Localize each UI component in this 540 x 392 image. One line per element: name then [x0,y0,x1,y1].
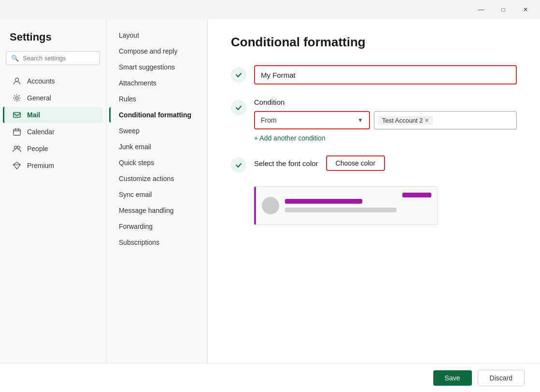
svg-point-5 [14,146,17,149]
from-select[interactable]: From ▼ [254,111,370,129]
svg-point-0 [15,78,18,82]
search-input[interactable] [23,55,95,62]
check-circle-1 [231,67,246,83]
search-icon: 🔍 [11,55,19,62]
preview-line-top [285,199,362,204]
middle-nav-message-handling[interactable]: Message handling [109,203,204,218]
main-content: Conditional formatting Condition [208,19,540,363]
middle-nav-quick-steps[interactable]: Quick steps [109,155,204,170]
account-tag-box[interactable]: Test Account 2 × [374,111,517,129]
settings-title: Settings [0,27,106,51]
font-color-row: Select the font color Choose color [231,155,517,173]
diamond-icon [13,161,21,170]
middle-nav-junk-email[interactable]: Junk email [109,139,204,154]
format-name-row [231,65,517,84]
gear-icon [13,94,21,102]
middle-nav: Layout Compose and reply Smart suggestio… [106,19,208,363]
check-circle-3 [231,157,246,173]
preview-date [402,193,431,197]
left-sidebar: Settings 🔍 Accounts General [0,19,106,363]
titlebar: — □ ✕ [0,0,540,19]
search-box: 🔍 [6,51,100,65]
account-tag: Test Account 2 × [378,116,433,125]
middle-nav-attachments[interactable]: Attachments [109,75,204,91]
preview-avatar [262,197,279,214]
sidebar-item-mail[interactable]: Mail [3,107,103,123]
save-button[interactable]: Save [433,370,472,386]
middle-nav-layout[interactable]: Layout [109,28,204,43]
preview-lines [285,199,397,212]
account-tag-close[interactable]: × [425,117,429,124]
people-icon [13,144,21,153]
minimize-button[interactable]: — [470,2,492,17]
sidebar-item-general[interactable]: General [3,90,103,106]
sidebar-label-calendar: Calendar [27,128,55,136]
sidebar-item-accounts[interactable]: Accounts [3,73,103,89]
middle-nav-smart-suggestions[interactable]: Smart suggestions [109,59,204,75]
svg-point-1 [15,97,18,99]
person-icon [13,77,21,85]
sidebar-item-people[interactable]: People [3,140,103,157]
middle-nav-customize-actions[interactable]: Customize actions [109,171,204,186]
calendar-icon [13,127,21,136]
chevron-down-icon: ▼ [357,117,363,124]
font-color-content: Select the font color Choose color [254,155,385,171]
mail-icon [13,111,21,119]
sidebar-label-people: People [27,145,48,153]
middle-nav-compose-reply[interactable]: Compose and reply [109,43,204,59]
font-color-label: Select the font color [254,159,318,168]
svg-rect-4 [14,129,20,136]
discard-button[interactable]: Discard [478,370,525,386]
format-name-input[interactable] [254,65,517,84]
add-condition-label: + Add another condition [254,134,326,142]
middle-nav-sweep[interactable]: Sweep [109,123,204,139]
svg-point-6 [17,146,20,149]
condition-row: Condition From ▼ Test Account 2 × + Add … [231,98,517,142]
account-tag-label: Test Account 2 [382,117,423,124]
condition-inputs: From ▼ Test Account 2 × [254,111,517,129]
add-condition-button[interactable]: + Add another condition [254,134,517,142]
app-container: Settings 🔍 Accounts General [0,19,540,363]
page-title: Conditional formatting [231,35,517,50]
close-button[interactable]: ✕ [515,2,536,17]
svg-rect-2 [14,112,20,118]
svg-marker-7 [14,162,20,169]
maximize-button[interactable]: □ [493,2,514,17]
middle-nav-rules[interactable]: Rules [109,91,204,107]
condition-content: Condition From ▼ Test Account 2 × + Add … [254,98,517,142]
bottom-bar: Save Discard [0,363,540,392]
sidebar-item-premium[interactable]: Premium [3,157,103,174]
middle-nav-subscriptions[interactable]: Subscriptions [109,235,204,250]
choose-color-button[interactable]: Choose color [326,155,385,171]
check-circle-2 [231,100,246,115]
preview-line-bottom [285,208,397,212]
sidebar-label-premium: Premium [27,162,54,169]
from-select-value: From [261,116,277,124]
middle-nav-conditional-formatting[interactable]: Conditional formatting [109,107,204,123]
middle-nav-sync-email[interactable]: Sync email [109,187,204,202]
condition-label: Condition [254,98,517,106]
email-preview [254,186,438,225]
middle-nav-forwarding[interactable]: Forwarding [109,219,204,234]
sidebar-item-calendar[interactable]: Calendar [3,124,103,140]
sidebar-label-mail: Mail [27,111,40,119]
sidebar-label-accounts: Accounts [27,77,55,85]
sidebar-label-general: General [27,94,51,102]
